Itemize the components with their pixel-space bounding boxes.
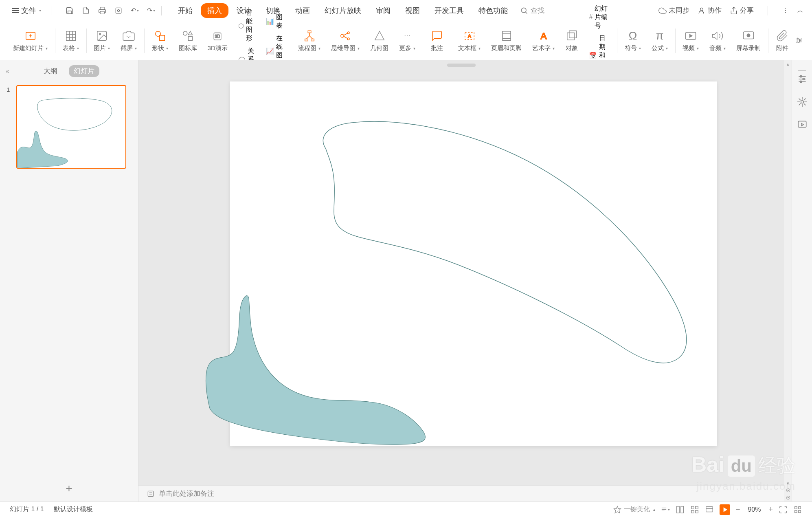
new-slide-button[interactable]: 新建幻灯片▾ [8,21,53,60]
tab-view[interactable]: 视图 [399,3,426,18]
quick-access-toolbar: ↶▾ ↷▾ [65,6,156,15]
fit-window-icon[interactable] [779,505,788,514]
picture-button[interactable]: 图片▾ [89,21,115,60]
next-slide-icon[interactable]: ⦿ [784,494,792,502]
record-icon [742,29,755,42]
attachment-button[interactable]: 附件 [771,21,794,60]
audio-label: 音频 [709,44,722,52]
tab-features[interactable]: 特色功能 [472,3,514,18]
divider [423,29,423,53]
beautify-button[interactable]: 一键美化 ▴ [613,505,655,514]
svg-point-2 [118,9,120,11]
search-button[interactable]: 查找 [520,6,544,15]
design-panel-icon[interactable] [797,97,808,107]
search-icon [520,7,528,15]
svg-marker-45 [713,32,717,40]
equation-button[interactable]: π 公式▾ [647,21,673,60]
tab-devtools[interactable]: 开发工具 [428,3,470,18]
print-preview-icon[interactable] [114,6,123,15]
screen-record-label: 屏幕录制 [736,44,761,52]
flowchart-button[interactable]: 流程图▾ [293,21,325,60]
undo-icon[interactable]: ↶▾ [130,6,139,15]
video-button[interactable]: 视频▾ [678,21,704,60]
svg-point-3 [521,8,526,13]
tab-animation[interactable]: 动画 [289,3,316,18]
save-icon[interactable] [65,6,74,15]
user-icon [698,7,706,15]
vertical-scrollbar[interactable]: ▴ ▾ ⦿ ⦿ [784,60,792,502]
collapse-ribbon-icon[interactable]: ︿ [797,6,804,15]
overflow-button[interactable]: 超 [794,21,804,60]
3d-button[interactable]: 3D 3D演示 [203,21,233,60]
file-menu[interactable]: 文件 ▾ [8,4,45,17]
slideshow-button[interactable] [720,504,730,515]
sorter-view-icon[interactable] [690,505,699,514]
screen-record-button[interactable]: 屏幕录制 [731,21,766,60]
smart-graphic-button[interactable]: ⬡智能图形 [236,8,258,44]
apps-icon[interactable] [793,505,802,514]
scroll-up-icon[interactable]: ▴ [784,60,792,68]
tab-slideshow[interactable]: 幻灯片放映 [318,3,368,18]
textbox-icon: A [463,29,476,42]
slides-tab[interactable]: 幻灯片 [69,65,99,77]
zoom-in-button[interactable]: + [768,505,773,514]
symbol-button[interactable]: Ω 符号▾ [620,21,646,60]
sidebar-handle[interactable] [798,70,806,71]
canvas-viewport[interactable] [138,70,784,485]
more-options-icon[interactable]: ⋮ [782,6,789,15]
divider [768,6,768,15]
ribbon: 新建幻灯片▾ 表格▾ 图片▾ 截屏▾ 形状▾ 图标库 3D 3D演示 ⬡智能图形… [0,21,812,60]
more-icon: ⋯ [401,29,414,42]
video-label: 视频 [683,44,695,52]
print-icon[interactable] [98,6,107,15]
redo-icon[interactable]: ↷▾ [147,6,156,15]
share-button[interactable]: 分享 [730,6,754,15]
svg-rect-41 [567,33,575,40]
audio-button[interactable]: 音频▾ [704,21,731,60]
normal-view-icon[interactable] [676,505,685,514]
add-slide-button[interactable]: + [66,482,72,495]
notes-toggle-icon[interactable]: ▾ [661,505,670,514]
collab-button[interactable]: 协作 [698,6,722,15]
collapse-panel-icon[interactable]: « [6,68,9,75]
freeform-shape-filled[interactable] [198,294,430,457]
table-button[interactable]: 表格▾ [58,21,84,60]
comment-button[interactable]: 批注 [426,21,448,60]
mindmap-button[interactable]: 思维导图▾ [326,21,364,60]
more-label: 更多 [399,44,411,52]
calendar-icon: 📅 [589,51,597,59]
more-button[interactable]: ⋯ 更多▾ [394,21,420,60]
reading-view-icon[interactable] [705,505,714,514]
save-as-icon[interactable] [81,6,90,15]
slide-number-button[interactable]: #幻灯片编号 [586,4,612,31]
prev-slide-icon[interactable]: ⦿ [784,487,792,494]
wordart-button[interactable]: A 艺术字▾ [527,21,560,60]
object-button[interactable]: 对象 [560,21,583,60]
screenshot-icon [122,29,135,42]
textbox-button[interactable]: A 文本框▾ [453,21,485,60]
screenshot-button[interactable]: 截屏▾ [116,21,142,60]
notes-bar[interactable]: 单击此处添加备注 [138,485,784,502]
chart-button[interactable]: 📊图表 [263,12,285,31]
template-panel-icon[interactable] [797,119,808,130]
svg-rect-42 [569,31,577,38]
svg-point-31 [347,38,349,40]
header-footer-button[interactable]: 页眉和页脚 [486,21,527,60]
outline-tab[interactable]: 大纲 [39,65,62,77]
canvas-handle[interactable] [447,64,476,67]
tab-review[interactable]: 审阅 [369,3,397,18]
slide-thumbnail-1[interactable] [16,85,126,169]
sync-button[interactable]: 未同步 [658,6,689,15]
shapes-button[interactable]: 形状▾ [147,21,173,60]
icon-lib-button[interactable]: 图标库 [174,21,202,60]
scroll-down-icon[interactable]: ▾ [784,480,792,487]
zoom-value[interactable]: 90% [744,506,764,513]
svg-point-57 [801,101,803,103]
zoom-out-button[interactable]: − [736,505,740,514]
tab-home[interactable]: 开始 [171,3,199,18]
sync-label: 未同步 [669,6,689,15]
cloud-icon [658,7,667,15]
settings-panel-icon[interactable] [797,74,808,84]
tab-insert[interactable]: 插入 [201,3,228,18]
geometry-button[interactable]: 几何图 [365,21,393,60]
